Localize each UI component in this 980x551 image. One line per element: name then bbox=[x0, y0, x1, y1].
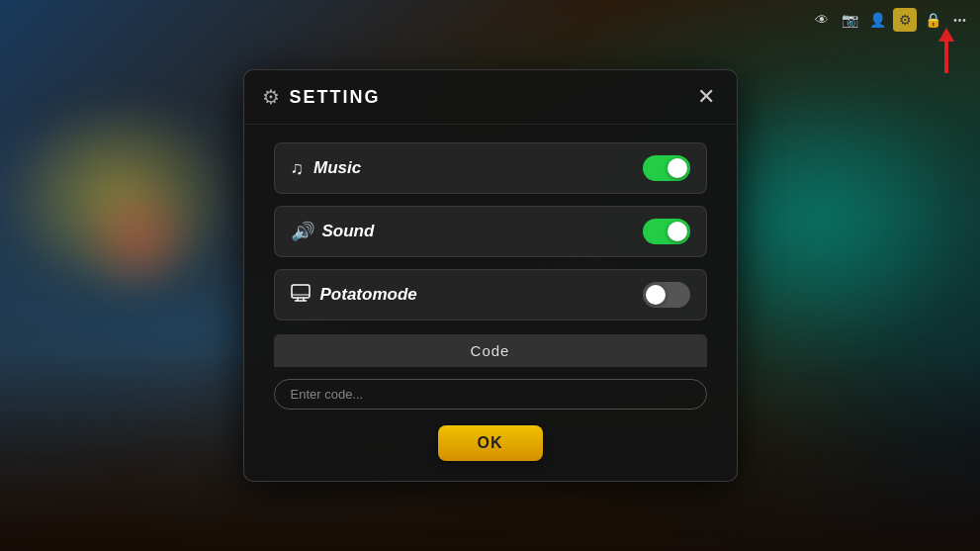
dialog-gear-icon: ⚙ bbox=[262, 85, 280, 109]
music-toggle-knob bbox=[668, 158, 687, 178]
dialog-title-row: ⚙ SETTING bbox=[262, 85, 381, 109]
potatomode-toggle[interactable] bbox=[643, 282, 690, 308]
sound-label: 🔊 Sound bbox=[291, 221, 375, 242]
settings-dialog: ⚙ SETTING ✕ ♫ Music 🔊 Sound bbox=[243, 69, 738, 482]
svg-rect-0 bbox=[292, 285, 310, 298]
code-header: Code bbox=[274, 334, 707, 367]
ok-button-wrap: OK bbox=[244, 425, 737, 461]
code-input[interactable] bbox=[274, 379, 707, 410]
sound-label-text: Sound bbox=[322, 222, 375, 241]
music-label: ♫ Music bbox=[291, 158, 362, 179]
music-label-text: Music bbox=[313, 158, 361, 178]
dialog-title: SETTING bbox=[290, 87, 381, 108]
sound-toggle-knob bbox=[668, 222, 687, 241]
potatomode-icon bbox=[291, 284, 311, 307]
dialog-close-button[interactable]: ✕ bbox=[693, 84, 719, 110]
code-input-wrap bbox=[274, 367, 707, 413]
modal-overlay: ⚙ SETTING ✕ ♫ Music 🔊 Sound bbox=[0, 0, 980, 551]
potatomode-toggle-knob bbox=[646, 285, 666, 305]
music-toggle[interactable] bbox=[643, 155, 690, 181]
potatomode-setting-row: Potatomode bbox=[274, 269, 707, 321]
code-section: Code bbox=[274, 334, 707, 413]
music-setting-row: ♫ Music bbox=[274, 142, 707, 194]
music-icon: ♫ bbox=[291, 158, 305, 179]
potatomode-label-text: Potatomode bbox=[320, 285, 417, 305]
sound-icon: 🔊 bbox=[291, 221, 312, 242]
dialog-body: ♫ Music 🔊 Sound bbox=[244, 125, 737, 330]
ok-button[interactable]: OK bbox=[438, 425, 543, 461]
dialog-header: ⚙ SETTING ✕ bbox=[244, 70, 737, 125]
potatomode-label: Potatomode bbox=[291, 284, 417, 307]
sound-setting-row: 🔊 Sound bbox=[274, 206, 707, 257]
sound-toggle[interactable] bbox=[643, 219, 690, 244]
